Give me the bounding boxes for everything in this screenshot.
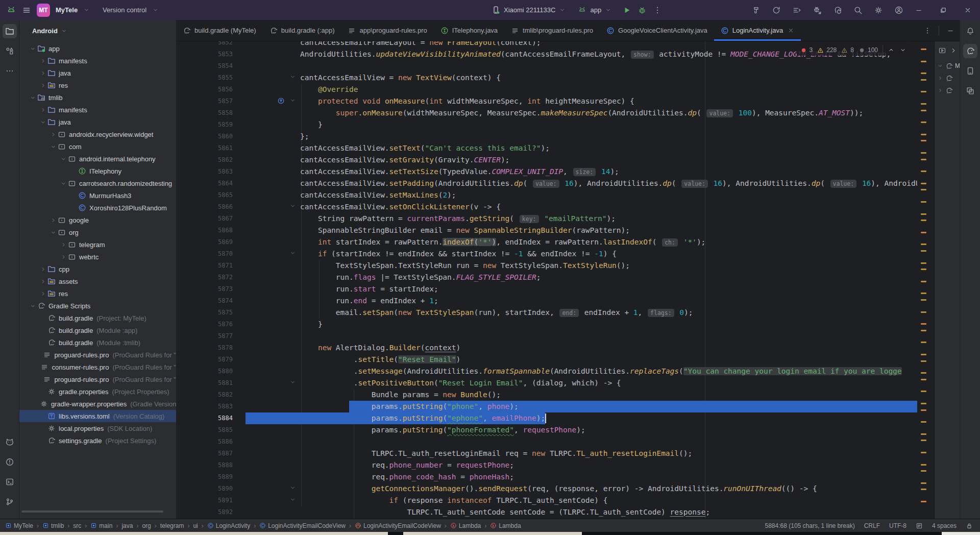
tab-googlevoiceclientactivity-java[interactable]: GoogleVoiceClientActivity.java (600, 20, 714, 41)
tree-item[interactable]: app (19, 42, 176, 55)
next-problem-button[interactable] (899, 46, 906, 54)
code-text[interactable]: }; (300, 131, 917, 142)
line-number[interactable]: 5889 (176, 471, 241, 483)
gutter[interactable] (241, 272, 300, 283)
line-number[interactable]: 5861 (176, 142, 241, 154)
gutter[interactable] (241, 248, 300, 260)
gutter[interactable] (241, 72, 300, 84)
fold-marker-icon[interactable] (289, 74, 296, 80)
code-text[interactable]: TextStyleSpan.TextStyleRun run = new Tex… (300, 260, 917, 272)
code-line[interactable]: 5889 req.phone_code_hash = phoneHash; (176, 471, 917, 483)
code-text[interactable]: run.start = startIndex; (300, 283, 917, 295)
line-number[interactable]: 5869 (176, 236, 241, 248)
code-line[interactable]: 5863cantAccessEmailView.setTextSize(Type… (176, 166, 917, 178)
code-editor[interactable]: 5852cantAccessEmailFrameLayout = new Fra… (176, 41, 934, 519)
restore-button[interactable] (931, 0, 955, 20)
tree-item[interactable]: manifests (19, 55, 176, 67)
gutter[interactable] (241, 201, 300, 213)
status-item[interactable]: UTF-8 (889, 522, 906, 529)
line-number[interactable]: 5887 (176, 448, 241, 459)
tree-item[interactable]: assets (19, 275, 176, 287)
line-number[interactable]: 5892 (176, 506, 241, 518)
build-button[interactable] (751, 6, 761, 15)
inspection-count[interactable]: 3 (800, 46, 813, 54)
vcs-widget[interactable]: Version control (103, 6, 146, 14)
inspection-count[interactable]: 8 (841, 46, 854, 54)
gutter[interactable] (241, 307, 300, 319)
code-line[interactable]: 5866cantAccessEmailView.setOnClickListen… (176, 201, 917, 213)
code-text[interactable]: if (startIndex != endIndex && startIndex… (300, 248, 917, 260)
gutter[interactable] (241, 48, 300, 60)
status-item[interactable]: 4 spaces (932, 522, 957, 529)
line-number[interactable]: 5852 (176, 41, 241, 48)
code-text[interactable]: protected void onMeasure(int widthMeasur… (300, 95, 917, 107)
line-number[interactable]: 5885 (176, 424, 241, 436)
gradle-tree-item[interactable]: M (935, 60, 960, 72)
gutter[interactable] (241, 319, 300, 330)
minimize-button[interactable] (906, 0, 931, 20)
tree-item[interactable]: settings.gradle(Project Settings) (19, 434, 176, 447)
code-line[interactable]: 5877 (176, 330, 917, 342)
status-item[interactable]: CRLF (864, 522, 880, 529)
code-text[interactable]: getConnectionsManager().sendRequest(req,… (300, 483, 917, 495)
problems-tool-button[interactable] (3, 455, 17, 469)
code-text[interactable]: int startIndex = rawPattern.indexOf('*')… (300, 236, 917, 248)
gutter[interactable] (241, 354, 300, 366)
tree-item[interactable]: webrtc (19, 251, 176, 263)
more-run-actions-button[interactable] (653, 6, 662, 15)
code-text[interactable]: run.end = endIndex + 1; (300, 295, 917, 307)
code-line[interactable]: 5860}; (176, 131, 917, 142)
line-number[interactable]: 5864 (176, 178, 241, 189)
code-line[interactable]: 5892 TLRPC.TL_auth_sentCode sentCode = (… (176, 506, 917, 518)
gutter[interactable] (241, 60, 300, 72)
line-number[interactable]: 5863 (176, 166, 241, 178)
hide-editor-button[interactable] (946, 27, 954, 35)
breadcrumb-item[interactable]: org (142, 522, 151, 529)
code-line[interactable]: 5878 new AlertDialog.Builder(context) (176, 342, 917, 354)
line-number[interactable]: 5884 (176, 412, 241, 424)
line-number[interactable]: 5870 (176, 248, 241, 260)
line-number[interactable]: 5853 (176, 48, 241, 60)
device-manager-button[interactable] (963, 64, 977, 78)
project-badge[interactable]: MT (37, 4, 50, 17)
gutter[interactable] (241, 342, 300, 354)
code-line[interactable]: 5864cantAccessEmailView.setPadding(Andro… (176, 178, 917, 189)
code-line[interactable]: 5884 params.putString("ephone", emailPho… (176, 412, 917, 424)
line-number[interactable]: 5859 (176, 119, 241, 131)
code-text[interactable]: String rawPattern = currentParams.getStr… (300, 213, 917, 225)
tree-item[interactable]: com (19, 140, 176, 153)
gutter[interactable] (241, 166, 300, 178)
line-number[interactable]: 5878 (176, 342, 241, 354)
inspections-widget[interactable]: 32288100 (796, 44, 911, 56)
code-line[interactable]: 5888 req.phone_number = requestPhone; (176, 459, 917, 471)
attach-debugger-button[interactable] (813, 6, 822, 15)
gutter[interactable] (241, 330, 300, 342)
code-line[interactable]: 5875 email.setSpan(new TextStyleSpan(run… (176, 307, 917, 319)
code-line[interactable]: 5883 params.putString("phone", phone); (176, 401, 917, 412)
line-number[interactable]: 5881 (176, 377, 241, 389)
line-number[interactable]: 5866 (176, 201, 241, 213)
line-number[interactable]: 5890 (176, 483, 241, 495)
code-line[interactable]: 5858 super.onMeasure(widthMeasureSpec, M… (176, 107, 917, 119)
gutter[interactable] (241, 213, 300, 225)
code-line[interactable]: 5859 } (176, 119, 917, 131)
inspection-count[interactable]: 100 (859, 46, 878, 54)
run-task-button[interactable] (938, 46, 946, 55)
code-text[interactable]: run.flags |= TextStyleSpan.FLAG_STYLE_SP… (300, 272, 917, 283)
terminal-tool-button[interactable] (3, 475, 17, 489)
run-configuration-selector[interactable]: app (590, 6, 601, 14)
code-text[interactable]: super.onMeasure(widthMeasureSpec, Measur… (300, 107, 917, 119)
debug-button[interactable] (638, 6, 647, 15)
gutter[interactable] (241, 459, 300, 471)
line-number[interactable]: 5877 (176, 330, 241, 342)
code-line[interactable]: 5862cantAccessEmailView.setGravity(Gravi… (176, 154, 917, 166)
line-number[interactable]: 5880 (176, 366, 241, 377)
search-everywhere-button[interactable] (853, 6, 863, 15)
layout-inspector-button[interactable] (963, 84, 977, 98)
tree-item[interactable]: res (19, 287, 176, 300)
code-text[interactable] (300, 60, 917, 72)
fold-marker-icon[interactable] (289, 379, 296, 385)
code-text[interactable]: new AlertDialog.Builder(context) (300, 342, 917, 354)
project-view-selector[interactable]: Android (19, 20, 176, 41)
account-button[interactable] (894, 6, 903, 15)
